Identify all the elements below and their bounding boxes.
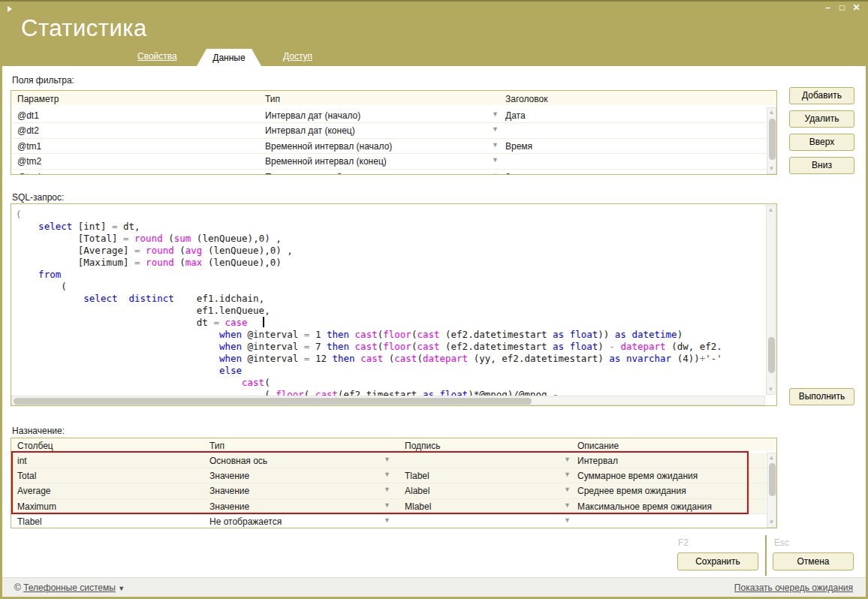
sql-token xyxy=(140,245,146,256)
sql-token: floor xyxy=(276,389,304,396)
sql-token: ( xyxy=(163,233,174,244)
app-window: – □ ✕ Статистика Свойства Данные Доступ … xyxy=(0,0,868,599)
sql-token xyxy=(140,257,146,268)
dropdown-arrow-icon[interactable]: ▼ xyxy=(564,501,571,509)
dropdown-arrow-icon[interactable]: ▼ xyxy=(564,516,571,524)
save-hotkey-label: F2 xyxy=(678,537,689,548)
minimize-button[interactable]: – xyxy=(822,2,833,14)
dropdown-arrow-icon[interactable]: ▼ xyxy=(564,486,571,493)
sql-token: ef1.lenQueue, xyxy=(16,305,270,316)
sql-token: datepart xyxy=(423,353,468,364)
sql-token: ( xyxy=(264,377,270,388)
maximize-button[interactable]: □ xyxy=(836,2,848,14)
sql-token: = xyxy=(134,257,140,268)
cell-column: Average xyxy=(17,486,50,496)
add-button[interactable]: Добавить xyxy=(789,87,854,104)
sql-token: cast xyxy=(417,329,439,340)
cell-caption: Mlabel xyxy=(405,501,431,512)
sql-token: ef1.idchain, xyxy=(174,293,264,304)
cell-type: Временной интервал (начало) xyxy=(265,141,392,152)
window-menu-arrow-icon[interactable] xyxy=(8,6,12,12)
destination-table-header: Столбец Тип Подпись Описание xyxy=(11,438,776,453)
dropdown-arrow-icon[interactable]: ▼ xyxy=(564,456,571,463)
destination-table-row[interactable]: intОсновная ось▼▼Интервал xyxy=(11,453,766,468)
dropdown-arrow-icon[interactable]: ▼ xyxy=(564,471,571,478)
tab-data[interactable]: Данные xyxy=(197,49,261,66)
sql-token: from xyxy=(38,269,61,280)
destination-table-row[interactable]: TotalЗначение▼Tlabel▼Суммарное время ожи… xyxy=(11,468,766,483)
sql-token: select xyxy=(83,293,117,304)
destination-table-row[interactable]: AverageЗначение▼Alabel▼Среднее время ожи… xyxy=(11,483,766,498)
dropdown-arrow-icon[interactable]: ▼ xyxy=(384,471,390,478)
sql-token: (lenQueue),0) , xyxy=(191,233,281,244)
cell-param: @dt2 xyxy=(17,125,39,136)
delete-button[interactable]: Удалить xyxy=(789,110,854,128)
sql-token xyxy=(564,341,570,352)
vendor-link[interactable]: Телефонные системы xyxy=(23,582,116,593)
sql-token: (yy, ef2.datetimestart) xyxy=(468,353,609,364)
col-description: Описание xyxy=(577,441,619,451)
show-queue-link[interactable]: Показать очередь ожидания xyxy=(734,582,853,593)
text-caret xyxy=(263,317,264,327)
filter-table-row[interactable]: @dt1Интервал дат (начало)▼Дата xyxy=(11,108,766,123)
sql-vertical-scrollbar[interactable]: ▲ ▼ xyxy=(766,205,776,395)
destination-table-row[interactable]: TlabelНе отображается▼▼ xyxy=(11,514,766,528)
sql-section-label: SQL-запрос: xyxy=(12,192,64,203)
dropdown-arrow-icon[interactable]: ▼ xyxy=(492,125,499,133)
sql-token: as xyxy=(553,341,564,352)
filter-table-scrollbar[interactable]: ▲ ▼ xyxy=(767,107,776,174)
dropdown-arrow-icon[interactable]: ▼ xyxy=(492,172,499,175)
cell-param: @tm2 xyxy=(17,156,41,167)
cell-type: Основная ось xyxy=(209,456,267,466)
sql-token: nvarchar xyxy=(626,353,671,364)
destination-table-row[interactable]: MaximumЗначение▼Mlabel▼Максимальное врем… xyxy=(11,499,766,514)
dropdown-arrow-icon[interactable]: ▼ xyxy=(384,516,390,524)
cell-param: @tm1 xyxy=(17,141,41,152)
tab-access[interactable]: Доступ xyxy=(283,51,312,62)
vendor-dropdown-icon[interactable]: ▼ xyxy=(118,585,125,592)
cell-param: @task xyxy=(17,172,43,175)
cell-column: Total xyxy=(17,471,36,481)
cell-type: Не отображается xyxy=(209,516,282,527)
cell-type: Интервал дат (начало) xyxy=(265,110,360,121)
filter-table-row[interactable]: @dt2Интервал дат (конец)▼ xyxy=(11,123,766,138)
execute-button[interactable]: Выполнить xyxy=(789,388,854,405)
destination-table-scrollbar[interactable]: ▲ ▼ xyxy=(767,453,776,528)
sql-token xyxy=(16,341,219,352)
filter-table-row[interactable]: @tm2Временной интервал (конец)▼ xyxy=(11,154,766,169)
dropdown-arrow-icon[interactable]: ▼ xyxy=(384,456,390,463)
sql-token: cast xyxy=(394,353,417,364)
sql-code[interactable]: ( select [int] = dt, [Total] = round (su… xyxy=(11,204,766,396)
up-button[interactable]: Вверх xyxy=(789,134,854,151)
sql-token: else xyxy=(219,365,242,376)
dropdown-arrow-icon[interactable]: ▼ xyxy=(384,501,390,509)
dropdown-arrow-icon[interactable]: ▼ xyxy=(492,141,499,149)
col-caption: Подпись xyxy=(405,441,441,451)
cell-type: Значение xyxy=(209,471,249,481)
sql-token: round xyxy=(146,245,174,256)
cell-caption: Задача xyxy=(505,172,535,175)
destination-table: Столбец Тип Подпись Описание intОсновная… xyxy=(11,438,777,528)
cell-column: int xyxy=(17,456,27,466)
cell-caption: Дата xyxy=(505,110,526,121)
sql-token: dt, xyxy=(117,221,140,232)
sql-token: - xyxy=(553,389,559,396)
down-button[interactable]: Вниз xyxy=(789,157,854,174)
save-button[interactable]: Сохранить xyxy=(677,552,758,570)
filter-table-row[interactable]: @taskПользовательский список▼Задача xyxy=(11,170,766,175)
sql-token: float xyxy=(570,329,598,340)
dropdown-arrow-icon[interactable]: ▼ xyxy=(492,156,499,164)
dropdown-arrow-icon[interactable]: ▼ xyxy=(492,110,499,118)
sql-token: floor xyxy=(383,341,411,352)
sql-token xyxy=(16,293,83,304)
dropdown-arrow-icon[interactable]: ▼ xyxy=(384,486,390,493)
sql-horizontal-scrollbar[interactable] xyxy=(11,396,765,405)
sql-token: sum xyxy=(174,233,191,244)
filter-table-row[interactable]: @tm1Временной интервал (начало)▼Время xyxy=(11,139,766,154)
cancel-button[interactable]: Отмена xyxy=(773,552,854,570)
sql-token: cast xyxy=(355,329,378,340)
close-button[interactable]: ✕ xyxy=(851,2,862,14)
tab-properties[interactable]: Свойства xyxy=(137,51,177,62)
sql-token: case xyxy=(225,317,247,328)
sql-token: round xyxy=(134,233,163,244)
